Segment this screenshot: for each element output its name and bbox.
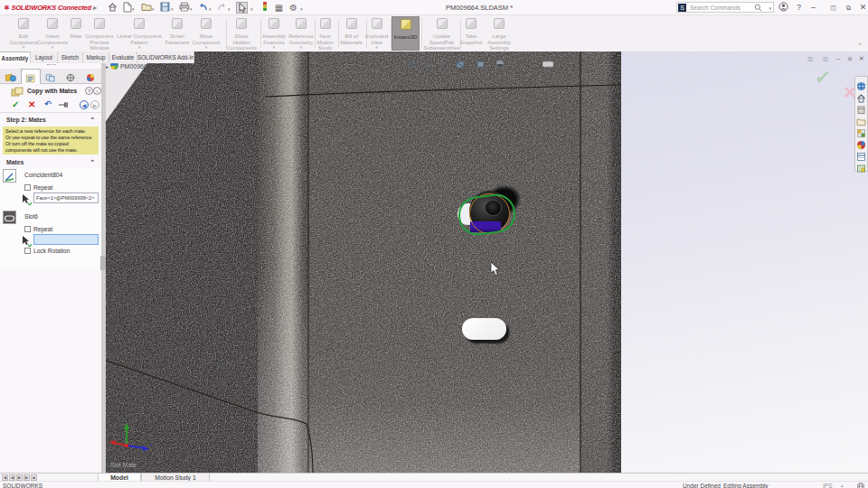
slot-mate-icon[interactable] xyxy=(3,211,16,224)
previous-view-icon[interactable] xyxy=(436,56,446,65)
pm-pin-icon[interactable]: ? xyxy=(85,87,93,95)
zoom-area-icon[interactable] xyxy=(421,56,431,65)
tab-nav-menu[interactable]: ■ xyxy=(31,474,37,481)
section-view-icon[interactable] xyxy=(456,56,466,65)
design-library-icon[interactable] xyxy=(856,102,866,112)
ribbon-edit-component[interactable]: EditComponent▾ xyxy=(7,16,40,51)
vp-close-icon[interactable]: ✕ xyxy=(856,54,867,63)
close-button[interactable]: ✕ xyxy=(857,2,868,14)
new-caret[interactable]: ▾ xyxy=(132,6,135,12)
select-caret[interactable]: ▾ xyxy=(250,6,253,12)
account-icon[interactable] xyxy=(778,2,789,14)
restore-button[interactable]: ⧉ xyxy=(843,2,854,14)
pm-next-button[interactable]: ▶ xyxy=(90,100,99,109)
ribbon-insert-components[interactable]: InsertComponents▾ xyxy=(36,16,69,51)
appearances-icon[interactable] xyxy=(856,126,866,136)
ribbon-move-component[interactable]: MoveComponent▾ xyxy=(188,16,224,51)
tab-assembly[interactable]: Assembly xyxy=(0,52,31,63)
hide-show-items-icon[interactable] xyxy=(542,56,552,65)
ribbon-new-motion-study[interactable]: NewMotionStudy xyxy=(313,16,337,51)
mate1-repeat-checkbox[interactable] xyxy=(24,184,31,191)
settings-gear-icon[interactable]: ⚙ xyxy=(288,2,299,14)
tab-layout[interactable]: Layout xyxy=(31,52,58,63)
scene-colors-icon[interactable] xyxy=(856,137,866,147)
ribbon-reference-geometry[interactable]: ReferenceGeometry▾ xyxy=(288,16,315,51)
undo-icon[interactable] xyxy=(197,2,209,14)
redo-icon[interactable] xyxy=(216,2,228,14)
ribbon-assembly-features[interactable]: AssemblyFeatures▾ xyxy=(261,16,287,51)
tab-nav-next[interactable]: ▶ xyxy=(16,474,23,481)
status-units-caret[interactable]: ▴ xyxy=(841,483,844,488)
minimize-button[interactable]: – xyxy=(807,2,819,14)
select-tool-icon[interactable] xyxy=(236,2,248,14)
display-style-icon[interactable] xyxy=(495,56,505,65)
panel-drag-handle[interactable] xyxy=(47,64,56,67)
3dexperience-globe-icon[interactable] xyxy=(856,79,866,89)
tab-featuremanager[interactable] xyxy=(1,69,21,84)
ribbon-show-hidden[interactable]: ShowHiddenComponents xyxy=(223,16,259,51)
settings-caret[interactable]: ▾ xyxy=(300,6,303,12)
vp-minimize-icon[interactable]: – xyxy=(833,54,844,63)
tab-configurationmanager[interactable] xyxy=(41,69,61,84)
mate2-reference-field[interactable] xyxy=(33,234,99,245)
ribbon-instant3d[interactable]: Instant3D xyxy=(392,16,420,51)
zoom-fit-icon[interactable] xyxy=(407,56,417,65)
mate1-reference-field[interactable]: Face<1>@PM009698<2> xyxy=(33,192,99,203)
print-icon[interactable] xyxy=(178,2,190,14)
ribbon-large-assembly-settings[interactable]: LargeAssemblySettings xyxy=(482,16,516,51)
lock-rotation-checkbox[interactable] xyxy=(24,248,31,254)
tab-solidworks-addins[interactable]: SOLIDWORKS Add-Ins xyxy=(137,52,194,63)
pm-help-icon[interactable]: i xyxy=(93,87,101,95)
home-taskpane-icon[interactable] xyxy=(856,90,866,100)
tab-propertymanager[interactable] xyxy=(21,69,41,84)
pm-ok-button[interactable]: ✓ xyxy=(12,99,19,109)
save-icon[interactable] xyxy=(159,2,171,14)
file-explorer-icon[interactable] xyxy=(856,114,866,124)
ribbon-update-speedpak[interactable]: UpdateSpeedPakSubassemblies xyxy=(422,16,461,51)
tab-displaymanager[interactable] xyxy=(80,69,100,84)
pm-step-group[interactable]: Step 2: Mates⌃ xyxy=(0,114,101,126)
search-caret[interactable]: ▾ xyxy=(769,5,771,11)
undo-caret[interactable]: ▾ xyxy=(209,6,212,12)
tab-evaluate[interactable]: Evaluate xyxy=(109,52,137,63)
confirm-ok-icon[interactable]: ✓ xyxy=(814,65,833,90)
defeature-icon[interactable] xyxy=(856,161,866,171)
slot-feature[interactable] xyxy=(462,318,506,340)
tree-expand-arrow[interactable]: ▸ xyxy=(106,64,108,70)
custom-properties-icon[interactable] xyxy=(856,149,866,159)
status-units[interactable]: IPS xyxy=(823,483,832,488)
tab-dimxpertmanager[interactable] xyxy=(61,69,80,84)
ribbon-component-preview[interactable]: ComponentPreviewWindow xyxy=(82,16,117,51)
pm-cancel-button[interactable]: ✕ xyxy=(28,99,35,109)
pm-mates-group[interactable]: Mates⌃ xyxy=(0,156,101,168)
ribbon-exploded-view[interactable]: ExplodedView▾ xyxy=(363,16,390,51)
print-caret[interactable]: ▾ xyxy=(190,6,193,12)
search-commands-box[interactable]: S Search Commands ▾ xyxy=(676,2,774,13)
open-icon[interactable] xyxy=(140,2,152,14)
ribbon-collapse-icon[interactable]: ⌃ xyxy=(857,42,863,50)
tab-nav-prev[interactable]: ◀ xyxy=(9,474,15,481)
home-icon[interactable] xyxy=(107,2,118,14)
pm-pushpin-button[interactable] xyxy=(58,99,69,112)
tab-nav-last[interactable]: ▶ xyxy=(24,474,30,481)
status-globe-icon[interactable] xyxy=(857,483,864,488)
pm-back-button[interactable]: ◀ xyxy=(80,100,89,109)
save-caret[interactable]: ▾ xyxy=(171,6,174,12)
ribbon-bill-of-materials[interactable]: Bill ofMaterials xyxy=(337,16,365,51)
panel-collapse-handle[interactable] xyxy=(100,256,106,270)
vp-newwindow-icon[interactable]: ◫ xyxy=(805,54,816,63)
mate2-repeat-checkbox[interactable] xyxy=(24,226,31,232)
table-icon[interactable]: ▦ xyxy=(273,2,285,14)
vp-tile-icon[interactable]: ◫ xyxy=(820,54,831,63)
search-icon[interactable] xyxy=(754,4,762,13)
maximize-button[interactable]: ◫ xyxy=(827,2,839,14)
traffic-light-icon[interactable] xyxy=(259,2,270,14)
tab-nav-first[interactable]: ◀ xyxy=(2,474,8,481)
open-caret[interactable]: ▾ xyxy=(152,6,155,12)
redo-caret[interactable]: ▾ xyxy=(228,6,231,12)
graphics-viewport[interactable]: ▸ PM009664 ◫ ◫ – ⧉ ✕ ✓ ✕ xyxy=(101,52,868,473)
pm-undo-button[interactable]: ↶ xyxy=(44,99,52,108)
tab-sketch[interactable]: Sketch xyxy=(58,52,83,63)
ribbon-linear-pattern[interactable]: Linear ComponentPattern▾ xyxy=(113,16,165,51)
coincident-mate-icon[interactable] xyxy=(3,169,16,183)
